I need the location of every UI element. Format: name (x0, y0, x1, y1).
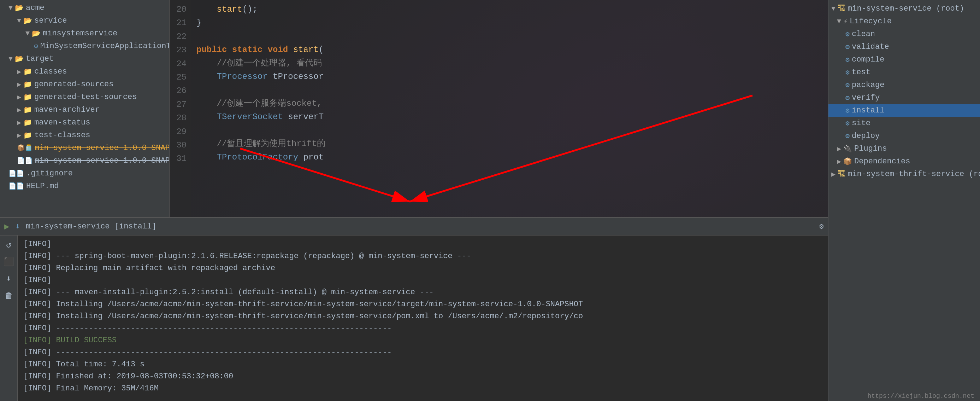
folder-icon (23, 118, 32, 127)
tree-item-acme[interactable]: acme (0, 2, 169, 14)
folder-icon (23, 67, 32, 77)
folder-icon (15, 54, 24, 64)
tree-item-service[interactable]: service (0, 14, 169, 27)
folder-icon (23, 92, 32, 102)
right-maven-panel: 🏗 min-system-service (root) ⚡ Lifecycle … (828, 0, 980, 401)
expand-arrow (17, 105, 21, 114)
tree-item-apptest[interactable]: MinSystemServiceApplicationTest (0, 40, 169, 52)
log-line: [INFO] --- maven-install-plugin:2.5.2:in… (23, 286, 434, 299)
folder-icon (32, 29, 41, 38)
console-line-13: [INFO] Final Memory: 35M/416M (23, 383, 822, 395)
maven-lifecycle-section[interactable]: ⚡ Lifecycle (829, 15, 980, 27)
folder-icon (23, 105, 32, 115)
file-icon: 📄 (17, 157, 32, 165)
file-icon: 📄 (8, 169, 24, 177)
gear-icon (845, 68, 850, 77)
tree-item-helpmd[interactable]: 📄 HELP.md (0, 180, 169, 192)
code-line-29 (196, 124, 822, 137)
expand-arrow (837, 157, 841, 166)
maven-plugins-section[interactable]: 🔌 Plugins (829, 142, 980, 155)
run-body: ↺ ⬛ ⬇ 🗑 [INFO] [INFO] --- spring-boot-ma… (0, 235, 828, 401)
scroll-end-button[interactable]: ⬇ (3, 272, 15, 285)
maven-item-label: clean (852, 30, 875, 38)
tree-item-generated-sources[interactable]: generated-sources (0, 78, 169, 91)
rerun-button[interactable]: ↺ (3, 238, 15, 251)
code-line-31: TProtocolFactory prot (196, 151, 822, 164)
maven-item-label: test (852, 68, 870, 77)
stop-button[interactable]: ⬛ (3, 255, 15, 268)
tree-item-label: .gitignore (26, 169, 73, 178)
tree-item-label: generated-sources (34, 80, 113, 89)
console-output[interactable]: [INFO] [INFO] --- spring-boot-maven-plug… (18, 235, 828, 401)
settings-icon[interactable]: ⚙ (819, 222, 824, 231)
gear-icon (845, 119, 850, 128)
gear-icon (845, 55, 850, 64)
tree-item-label: MinSystemServiceApplicationTest (40, 42, 169, 51)
expand-arrow (17, 93, 21, 101)
maven-item-label: deploy (852, 131, 880, 141)
pause-icon[interactable]: ⬇ (15, 221, 20, 232)
log-line: [INFO] Finished at: 2019-08-03T00:53:32+… (23, 371, 233, 383)
console-line-5: [INFO] --- maven-install-plugin:2.5.2:in… (23, 286, 822, 299)
tree-item-test-classes[interactable]: test-classes (0, 129, 169, 141)
maven-item-package[interactable]: package (829, 78, 980, 91)
tree-item-label: maven-archiver (34, 105, 100, 114)
maven-item-clean[interactable]: clean (829, 27, 980, 40)
gear-icon (845, 93, 850, 102)
maven-item-validate[interactable]: validate (829, 40, 980, 53)
expand-arrow (17, 131, 21, 140)
maven-section-label: Lifecycle (850, 17, 892, 26)
code-line-21: } (196, 16, 822, 30)
code-line-27: //创建一个服务端socket, (196, 97, 822, 110)
log-line: [INFO] ---------------------------------… (23, 347, 392, 359)
console-line-11: [INFO] Total time: 7.413 s (23, 359, 822, 371)
tree-item-maven-archiver[interactable]: maven-archiver (0, 103, 169, 116)
tree-item-classes[interactable]: classes (0, 65, 169, 78)
bottom-run-panel: ▶ ⬇ min-system-service [install] ⚙ ↺ ⬛ ⬇… (0, 217, 828, 401)
tree-item-gitignore[interactable]: 📄 .gitignore (0, 167, 169, 180)
code-line-23: public static void start( (196, 43, 822, 57)
maven-item-compile[interactable]: compile (829, 53, 980, 66)
expand-arrow (837, 144, 841, 153)
maven-item-test[interactable]: test (829, 66, 980, 78)
maven-item-verify[interactable]: verify (829, 91, 980, 104)
maven-root-icon: 🏗 (838, 4, 845, 13)
expand-arrow (831, 5, 835, 13)
tree-item-jar1[interactable]: 🫙 min-system-service-1.0.0-SNAPSHOT.jar (0, 141, 169, 154)
gear-icon (845, 106, 850, 115)
run-header: ▶ ⬇ min-system-service [install] ⚙ (0, 218, 828, 235)
jar-icon: 🫙 (17, 144, 32, 152)
maven-item-site[interactable]: site (829, 117, 980, 129)
maven-item-label: validate (852, 42, 889, 51)
gear-icon (845, 42, 850, 51)
console-line-1: [INFO] (23, 238, 822, 250)
maven-item-deploy[interactable]: deploy (829, 129, 980, 142)
tree-item-jar2[interactable]: 📄 min-system-service-1.0.0-SNAPSHOT.jar.… (0, 154, 169, 167)
maven-dependencies-section[interactable]: 📦 Dependencies (829, 155, 980, 168)
tree-item-target[interactable]: target (0, 52, 169, 65)
section-icon: 📦 (843, 157, 852, 166)
folder-icon (23, 131, 32, 140)
maven-item-install[interactable]: install (829, 104, 980, 117)
log-line: [INFO] --- spring-boot-maven-plugin:2.1.… (23, 250, 471, 262)
tree-item-label: service (34, 16, 67, 25)
tree-item-minsystemservice[interactable]: minsystemservice (0, 27, 169, 40)
tree-item-label: minsystemservice (43, 29, 117, 38)
run-toolbar: ↺ ⬛ ⬇ 🗑 (0, 235, 18, 401)
log-line: [INFO] ---------------------------------… (23, 323, 392, 334)
code-line-28: TServerSocket serverT (196, 110, 822, 124)
console-line-2: [INFO] --- spring-boot-maven-plugin:2.1.… (23, 250, 822, 262)
run-icon[interactable]: ▶ (4, 221, 9, 232)
clear-button[interactable]: 🗑 (3, 289, 15, 302)
footer-url: https://xiejun.blog.csdn.net (868, 393, 974, 399)
maven-item-label: install (852, 106, 884, 115)
tree-item-maven-status[interactable]: maven-status (0, 116, 169, 129)
tree-item-generated-test-sources[interactable]: generated-test-sources (0, 91, 169, 103)
maven-other-project[interactable]: 🏗 min-system-thrift-service (root) (829, 168, 980, 181)
maven-tree: 🏗 min-system-service (root) ⚡ Lifecycle … (829, 0, 980, 401)
maven-root-label: min-system-service (root) (848, 4, 964, 13)
maven-root[interactable]: 🏗 min-system-service (root) (829, 2, 980, 15)
file-icon: 📄 (8, 182, 24, 190)
maven-item-label: compile (852, 55, 884, 64)
tree-item-label: min-system-service-1.0.0-SNAPSHOT.jar (35, 144, 169, 152)
